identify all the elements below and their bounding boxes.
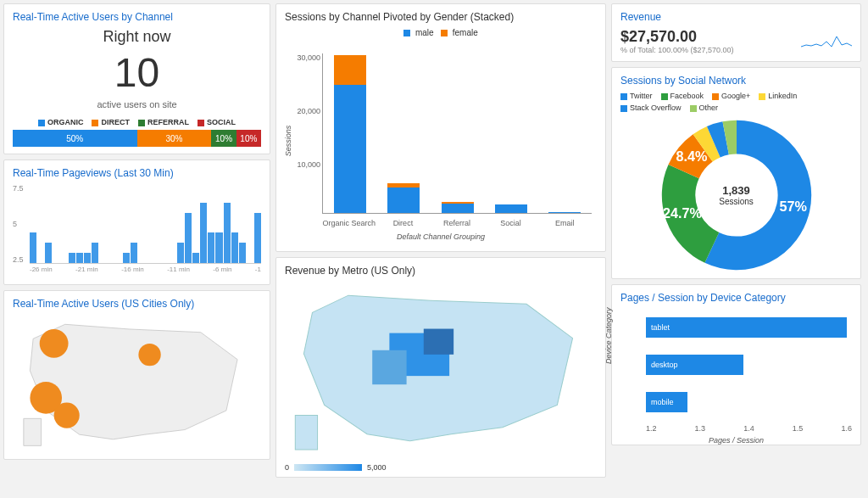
y-axis-label: Device Category [604,307,613,364]
pv-bar [224,203,231,263]
hbar-plot: tabletdesktopmobile [646,309,852,421]
card-revenue: Revenue $27,570.00 % of Total: 100.00% (… [611,3,861,62]
pv-bar [131,243,137,263]
channel-seg-organic: 50% [13,130,137,147]
pv-bar [45,243,52,263]
pv-bar [177,243,184,263]
pv-x-axis: -26 min -21 min -16 min -11 min -6 min -… [30,266,261,277]
card-title: Pages / Session by Device Category [620,292,852,304]
pv-bar [239,243,246,263]
card-title: Sessions by Channel Pivoted by Gender (S… [285,11,597,23]
donut-legend: TwitterFacebookGoogle+LinkedInStack Over… [620,92,852,112]
city-dot [138,344,160,366]
dashboard-grid: Real-Time Active Users by Channel Right … [3,3,865,478]
card-title: Real-Time Pageviews (Last 30 Min) [13,167,261,179]
pv-bar [254,213,261,263]
card-title: Revenue [620,11,852,23]
card-sessions-stacked: Sessions by Channel Pivoted by Gender (S… [275,3,606,252]
city-dot [40,329,69,358]
revenue-sparkline [801,28,852,48]
x-axis: Organic SearchDirectReferralSocialEmail [322,219,592,227]
channel-seg-direct: 30% [137,130,212,147]
pv-bar [185,213,192,263]
svg-text:57%: 57% [779,199,806,214]
pv-bar [123,253,130,263]
card-active-users-cities: Real-Time Active Users (US Cities Only) [3,290,270,460]
svg-rect-1 [372,350,406,384]
pv-bar [208,232,214,263]
svg-text:8.4%: 8.4% [676,148,707,164]
realtime-count: 10 [13,49,261,96]
card-title: Real-Time Active Users (US Cities Only) [13,298,261,310]
x-axis: 1.21.31.41.51.6 [646,424,852,433]
plot-area [322,53,592,214]
x-axis-label: Default Channel Grouping [285,232,597,241]
channel-seg-social: 10% [236,130,261,147]
pv-bar [192,253,199,263]
pv-bar [200,203,207,263]
pv-y-axis: 7.5 5 2.5 [13,184,30,264]
channel-bar: 50% 30% 10% 10% [13,130,261,147]
x-axis-label: Pages / Session [612,436,860,445]
pv-bar [76,253,83,263]
card-active-users-channel: Real-Time Active Users by Channel Right … [3,3,270,154]
pv-bar [69,253,75,263]
city-dot [54,403,80,428]
pv-bars [30,187,261,264]
y-axis: 30,000 20,000 10,000 [293,53,320,214]
stacked-chart: male female Sessions 30,000 20,000 10,00… [285,28,597,244]
card-title: Sessions by Social Network [620,75,852,87]
stacked-legend: male female [285,28,597,37]
pv-bar [84,253,91,263]
realtime-sub: active users on site [13,99,261,109]
card-title: Revenue by Metro (US Only) [285,265,597,277]
svg-rect-2 [424,329,453,355]
pageviews-chart: 7.5 5 2.5 -26 min -21 min -16 min -11 mi… [13,184,261,277]
pv-bar [215,232,222,263]
card-pageviews: Real-Time Pageviews (Last 30 Min) 7.5 5 … [3,159,270,285]
pv-bar [92,243,98,263]
us-cities-map [13,315,261,450]
card-title: Real-Time Active Users by Channel [13,11,261,23]
card-pages-session: Pages / Session by Device Category Devic… [611,284,861,445]
svg-text:24.7%: 24.7% [662,205,701,221]
metro-scale: 0 5,000 [285,463,387,472]
pv-bar [231,232,238,263]
realtime-now-label: Right now [13,28,261,46]
pv-bar [30,232,36,263]
metro-map [285,282,597,453]
channel-legend: ORGANIC DIRECT REFERRAL SOCIAL [13,118,261,126]
y-axis-label: Sessions [284,125,292,156]
donut-chart: 57%24.7%8.4% 1,839 Sessions [660,119,813,271]
card-revenue-metro: Revenue by Metro (US Only) 0 5,000 [275,257,606,478]
donut-center: 1,839 Sessions [719,184,754,206]
channel-seg-referral: 10% [211,130,236,147]
card-social-network: Sessions by Social Network TwitterFacebo… [611,67,861,279]
